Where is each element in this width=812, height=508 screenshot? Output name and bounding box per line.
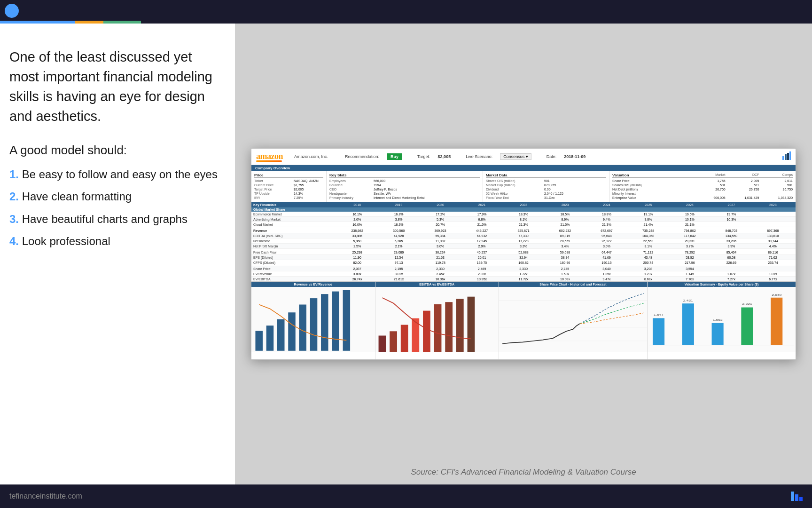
chart-valuation-summary: Valuation Summary - Equity Value per Sha… [648,282,796,359]
item-text-3: Have beautiful charts and graphs [22,213,187,225]
svg-rect-18 [434,304,441,352]
svg-rect-26 [653,318,664,345]
target-label: Target: [417,154,430,159]
date-value: 2018-11-09 [564,154,586,159]
svg-rect-4 [255,331,263,350]
amazon-logo-underline [256,160,282,162]
bottom-bar: tefinanceinstitute.com [0,484,812,508]
intro-text: One of the least discussed yet most impo… [9,47,223,126]
row-revenue: Revenue 238,982300,560369,923445,227525,… [251,228,796,233]
revenue-chart-svg [252,289,374,352]
svg-rect-21 [467,297,475,352]
svg-rect-10 [321,294,328,351]
chart-revenue: Revenue vs EV/Revenue [251,282,375,359]
stats-ceo: CEOJeffrey P. Bezos [329,187,480,191]
val-shares-os: Shares O/S (million) 501 501 501 [612,183,793,187]
company-name: Amazon.com, Inc. [294,154,328,159]
svg-rect-32 [741,308,753,345]
svg-rect-28 [682,303,694,345]
svg-rect-14 [390,331,397,352]
target-value: $2,005 [438,154,451,159]
item-number-2: 2. [9,190,19,203]
financials-header: Key Financials 2018 2019 2020 2021 2022 … [251,202,796,207]
svg-rect-30 [712,323,724,345]
list-item-2: 2. Have clean formatting [9,189,223,204]
row-advertising: Advertising Market 2.6%3.8%5.3%6.8%8.1%8… [251,217,796,222]
row-ecommerce: Ecommerce Market 16.1%16.8%17.2%17.9%18.… [251,212,796,217]
source-text: Source: CFI's Advanced Financial Modelin… [411,468,636,477]
market-data-col: Market Data Shares O/S (million)501 Mark… [483,171,609,202]
company-overview-band: Company Overview [251,165,796,171]
progress-bars [0,21,141,24]
market-shares-os: Shares O/S (million)501 [486,179,606,183]
amazon-logo-text: amazon [256,151,283,161]
svg-rect-12 [343,290,351,351]
price-row-ticker: TickerNASDAQ: AMZN [254,179,323,183]
svg-rect-13 [378,336,386,352]
logo-icon [5,4,19,18]
market-data-header: Market Data [486,173,606,178]
row-net-income: Net Income 5,9606,36511,08712,94517,2232… [251,238,796,244]
svg-rect-8 [299,305,307,351]
charts-section: Revenue vs EV/Revenue [251,282,796,359]
row-fcf: Free Cash Flow 25,29829,08936,23446,2575… [251,250,796,255]
row-ev-ebitda: EV/EBITDA 26.74x21.61x16.36x13.95x11.72x… [251,277,796,281]
amazon-logo-block: amazon [256,151,283,162]
price-row-irr: IRR7.25% [254,196,323,200]
svg-rect-2 [787,153,789,160]
val-share-price: Share Price 1,755 2,005 2,011 [612,179,793,183]
row-cfps: CFPS (Diluted) 82.0097.13119.78139.75160… [251,260,796,265]
market-fiscal: Fiscal Year End31-Dec [486,196,606,200]
svg-rect-17 [423,311,430,352]
svg-text:1,092: 1,092 [713,318,723,322]
list-item-3: 3. Have beautiful charts and graphs [9,212,223,226]
row-eps: EPS (Diluted) 11.9012.5421.6325.0132.943… [251,255,796,260]
market-cap: Market Cap (million)879,255 [486,183,606,187]
list-item-1: 1. Be easy to follow and easy on the eye… [9,167,223,182]
item-text-1: Be easy to follow and easy on the eyes [22,168,218,181]
item-text-4: Look professional [22,235,110,247]
svg-rect-15 [400,325,408,352]
row-ev-revenue: EV/Revenue 3.80x3.01x2.45x2.03x1.72x1.50… [251,271,796,277]
svg-rect-5 [266,325,274,351]
svg-rect-11 [332,292,339,351]
list-item-4: 4. Look professional [9,234,223,248]
right-panel: amazon Amazon.com, Inc. Recommendation: … [235,24,812,484]
footer-url: tefinanceinstitute.com [9,492,82,500]
chart-ebitda-title: EBITDA vs EV/EBITDA [375,282,499,287]
svg-rect-6 [277,319,285,351]
chart-valuation-title: Valuation Summary - Equity Value per Sha… [648,282,796,287]
stats-founded: Founded1994 [329,183,480,187]
price-col: Price TickerNASDAQ: AMZN Current Price$1… [251,171,327,202]
scenario-value: Consensus ▾ [500,153,531,160]
good-model-heading: A good model should: [9,143,223,158]
svg-rect-34 [771,298,782,345]
row-net-profit-margin: Net Profit Margin 2.5%2.1%3.0%2.9%3.3%3.… [251,244,796,249]
row-cloud: Cloud Market 16.0%18.3%20.7%21.5%21.3%21… [251,222,796,227]
ss-header-row: amazon Amazon.com, Inc. Recommendation: … [251,149,796,165]
footer-logo [791,492,803,501]
chart-share-price-title: Share Price Chart - Historical and Forec… [499,282,647,287]
price-row-current: Current Price$1,755 [254,183,323,187]
stats-industry: Primary IndustryInternet and Direct Mark… [329,196,480,200]
recommendation-label: Recommendation: [345,154,379,159]
chart-revenue-title: Revenue vs EV/Revenue [251,282,375,287]
scenario-label: Live Scenario: [466,154,492,159]
svg-rect-3 [789,151,791,160]
price-row-target: Target Price$2,005 [254,187,323,191]
market-dividend: Dividend0.00 [486,187,606,191]
left-panel: One of the least discussed yet most impo… [0,24,235,484]
svg-text:2,040: 2,040 [772,293,781,297]
ss-top-section: Price TickerNASDAQ: AMZN Current Price$1… [251,171,796,202]
item-number-1: 1. [9,168,19,181]
svg-rect-9 [310,298,318,351]
svg-rect-7 [288,312,296,351]
chart-share-price: Share Price Chart - Historical and Forec… [499,282,648,359]
svg-text:1,647: 1,647 [654,313,664,317]
val-minority: Minority Interest [612,191,793,196]
svg-rect-1 [785,154,787,160]
recommendation-badge: Buy [387,153,402,160]
svg-rect-19 [445,302,453,352]
item-text-2: Have clean formatting [22,190,132,203]
global-market-share-header: Global Market Share [251,207,796,212]
